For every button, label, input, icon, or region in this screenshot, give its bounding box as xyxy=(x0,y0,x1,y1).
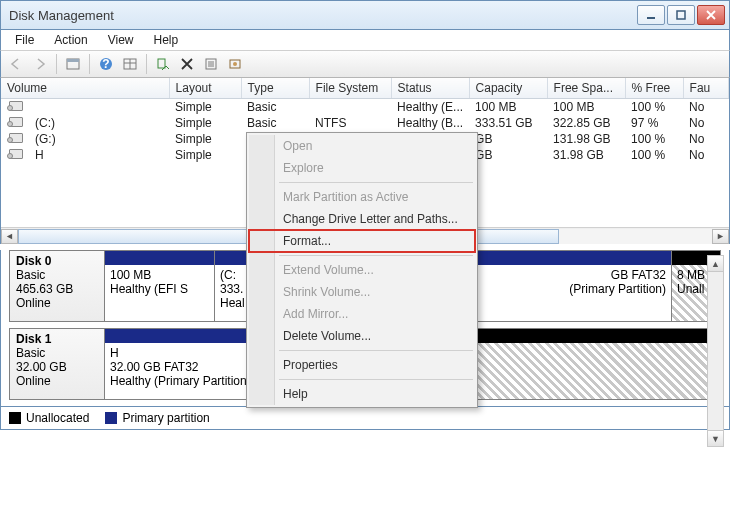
menu-help[interactable]: Help xyxy=(146,32,187,48)
col-volume[interactable]: Volume xyxy=(1,78,169,99)
col-type[interactable]: Type xyxy=(241,78,309,99)
window-title: Disk Management xyxy=(9,8,635,23)
back-icon xyxy=(5,53,27,75)
properties-icon[interactable] xyxy=(200,53,222,75)
svg-rect-3 xyxy=(67,59,79,62)
help-icon[interactable]: ? xyxy=(95,53,117,75)
view-icon[interactable] xyxy=(62,53,84,75)
disk-info-0[interactable]: Disk 0 Basic 465.63 GB Online xyxy=(10,251,105,321)
disk-info-1[interactable]: Disk 1 Basic 32.00 GB Online xyxy=(10,329,105,399)
settings-icon[interactable] xyxy=(224,53,246,75)
col-fault[interactable]: Fau xyxy=(683,78,728,99)
col-free[interactable]: Free Spa... xyxy=(547,78,625,99)
col-layout[interactable]: Layout xyxy=(169,78,241,99)
delete-icon[interactable] xyxy=(176,53,198,75)
partition-unallocated[interactable] xyxy=(477,329,720,399)
menu-bar: File Action View Help xyxy=(0,30,730,50)
ctx-format[interactable]: Format... xyxy=(249,230,475,252)
volume-row[interactable]: (C:)SimpleBasicNTFSHealthy (B...333.51 G… xyxy=(1,115,729,131)
disk0-state: Online xyxy=(16,296,98,310)
svg-rect-1 xyxy=(677,11,685,19)
maximize-button[interactable] xyxy=(667,5,695,25)
ctx-delete[interactable]: Delete Volume... xyxy=(249,325,475,347)
ctx-change-letter[interactable]: Change Drive Letter and Paths... xyxy=(249,208,475,230)
scroll-right-icon[interactable]: ► xyxy=(712,229,729,244)
disk1-type: Basic xyxy=(16,346,98,360)
partition[interactable]: 100 MBHealthy (EFI S xyxy=(105,251,215,321)
legend-primary: Primary partition xyxy=(105,411,209,425)
ctx-mark-active[interactable]: Mark Partition as Active xyxy=(249,186,475,208)
refresh-icon[interactable] xyxy=(152,53,174,75)
scroll-left-icon[interactable]: ◄ xyxy=(1,229,18,244)
svg-text:?: ? xyxy=(102,57,109,71)
drive-icon xyxy=(9,149,23,159)
minimize-button[interactable] xyxy=(637,5,665,25)
ctx-help[interactable]: Help xyxy=(249,383,475,405)
col-fs[interactable]: File System xyxy=(309,78,391,99)
scroll-down-icon[interactable]: ▼ xyxy=(708,430,723,446)
forward-icon xyxy=(29,53,51,75)
disk0-name: Disk 0 xyxy=(16,254,98,268)
scroll-up-icon[interactable]: ▲ xyxy=(708,256,723,272)
grid-icon[interactable] xyxy=(119,53,141,75)
title-bar: Disk Management xyxy=(0,0,730,30)
disk1-state: Online xyxy=(16,374,98,388)
toolbar: ? xyxy=(0,50,730,78)
disk1-name: Disk 1 xyxy=(16,332,98,346)
svg-rect-9 xyxy=(158,59,165,68)
drive-icon xyxy=(9,117,23,127)
col-pct[interactable]: % Free xyxy=(625,78,683,99)
drive-icon xyxy=(9,133,23,143)
menu-file[interactable]: File xyxy=(7,32,42,48)
volume-row[interactable]: SimpleBasicHealthy (E...100 MB100 MB100 … xyxy=(1,99,729,116)
menu-action[interactable]: Action xyxy=(46,32,95,48)
disk1-size: 32.00 GB xyxy=(16,360,98,374)
svg-rect-0 xyxy=(647,17,655,19)
vertical-scrollbar[interactable]: ▲ ▼ xyxy=(707,255,724,447)
legend-unallocated: Unallocated xyxy=(9,411,89,425)
ctx-properties[interactable]: Properties xyxy=(249,354,475,376)
legend: Unallocated Primary partition xyxy=(0,407,730,430)
ctx-extend[interactable]: Extend Volume... xyxy=(249,259,475,281)
menu-view[interactable]: View xyxy=(100,32,142,48)
close-button[interactable] xyxy=(697,5,725,25)
disk0-type: Basic xyxy=(16,268,98,282)
disk0-size: 465.63 GB xyxy=(16,282,98,296)
col-status[interactable]: Status xyxy=(391,78,469,99)
svg-point-15 xyxy=(233,62,237,66)
ctx-explore[interactable]: Explore xyxy=(249,157,475,179)
context-menu: Open Explore Mark Partition as Active Ch… xyxy=(246,132,478,408)
ctx-open[interactable]: Open xyxy=(249,135,475,157)
column-header-row: Volume Layout Type File System Status Ca… xyxy=(1,78,729,99)
drive-icon xyxy=(9,101,23,111)
ctx-mirror[interactable]: Add Mirror... xyxy=(249,303,475,325)
ctx-shrink[interactable]: Shrink Volume... xyxy=(249,281,475,303)
col-capacity[interactable]: Capacity xyxy=(469,78,547,99)
